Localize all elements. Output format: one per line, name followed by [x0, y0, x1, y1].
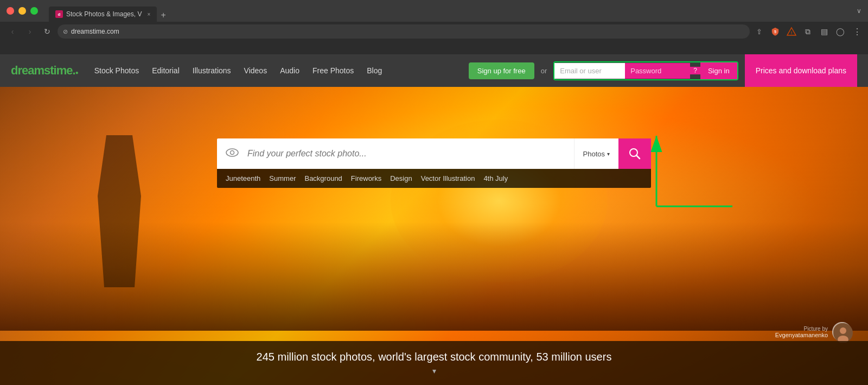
shield-icon[interactable]: 5 [769, 26, 781, 37]
search-button[interactable] [618, 138, 651, 169]
window-menu-btn[interactable]: ∨ [857, 7, 861, 15]
search-magnifier-icon [629, 148, 641, 160]
tag-4th-july[interactable]: 4th July [483, 174, 508, 182]
profile-icon[interactable]: ◯ [834, 26, 846, 37]
tag-design[interactable]: Design [390, 174, 412, 182]
eye-icon [217, 148, 247, 160]
dropdown-chevron-icon: ▾ [607, 151, 610, 157]
signup-button[interactable]: Sign up for free [469, 62, 534, 79]
hero-section: Photos ▾ Juneteenth Summer Background Fi… [0, 87, 868, 385]
tab-favicon: d [55, 10, 63, 18]
window-controls: × − □ [7, 7, 38, 15]
warning-icon[interactable]: ! [786, 26, 797, 37]
tab-close-btn[interactable]: × [147, 11, 150, 17]
photo-credit: Picture by Evgenyatamanenko [775, 322, 852, 342]
search-input[interactable] [247, 149, 574, 159]
login-group: ? Sign in [553, 61, 738, 80]
browser-menu-icon[interactable]: ⋮ [851, 26, 863, 37]
password-help-icon[interactable]: ? [690, 67, 700, 74]
new-tab-btn[interactable]: + [157, 9, 170, 22]
nav-editorial[interactable]: Editorial [152, 66, 180, 75]
email-input[interactable] [554, 63, 625, 79]
nav-audio[interactable]: Audio [280, 66, 299, 75]
toolbar-icons: ⇧ 5 ! ⧉ ▤ ◯ ⋮ [753, 26, 863, 37]
svg-line-9 [636, 155, 640, 159]
navbar: dreamstime.● Stock Photos Editorial Illu… [0, 54, 868, 87]
browser-top-bar: × − □ d Stock Photos & Images, V × + ∨ [0, 0, 868, 22]
search-category-label: Photos [583, 150, 605, 158]
prices-download-button[interactable]: Prices and download plans [745, 54, 857, 87]
signin-button[interactable]: Sign in [700, 62, 737, 79]
photo-credit-name[interactable]: Evgenyatamanenko [775, 332, 828, 338]
search-category-dropdown[interactable]: Photos ▾ [574, 138, 618, 169]
svg-point-6 [226, 149, 238, 156]
search-container: Photos ▾ Juneteenth Summer Background Fi… [217, 138, 651, 188]
or-separator: or [541, 67, 547, 75]
scroll-down-icon[interactable]: ▾ [10, 367, 858, 375]
tab-title: Stock Photos & Images, V [66, 10, 142, 18]
photo-credit-label: Picture by [775, 326, 828, 332]
tag-summer[interactable]: Summer [269, 174, 296, 182]
tag-background[interactable]: Background [304, 174, 342, 182]
tag-fireworks[interactable]: Fireworks [351, 174, 381, 182]
svg-point-11 [840, 327, 846, 334]
minimize-window-btn[interactable]: − [18, 7, 26, 15]
browser-chrome: × − □ d Stock Photos & Images, V × + ∨ ‹… [0, 0, 868, 54]
stat-text: 245 million stock photos, world's larges… [10, 351, 858, 363]
svg-text:5: 5 [774, 30, 776, 34]
address-bar[interactable]: ⊘ [58, 24, 750, 39]
forward-btn[interactable]: › [23, 24, 37, 39]
svg-text:!: ! [791, 30, 793, 35]
close-window-btn[interactable]: × [7, 7, 14, 15]
search-box: Photos ▾ [217, 138, 651, 169]
url-input[interactable] [71, 28, 744, 35]
active-tab[interactable]: d Stock Photos & Images, V × [49, 7, 157, 22]
browser-toolbar: ‹ › ↻ ⊘ ⇧ 5 ! ⧉ ▤ ◯ ⋮ [0, 22, 868, 41]
nav-videos[interactable]: Videos [244, 66, 267, 75]
reload-btn[interactable]: ↻ [40, 24, 54, 39]
nav-stock-photos[interactable]: Stock Photos [94, 66, 139, 75]
photographer-avatar[interactable] [832, 322, 852, 342]
hero-image [0, 87, 868, 331]
navbar-right: Sign up for free or ? Sign in Prices and… [469, 54, 857, 87]
nav-blog[interactable]: Blog [367, 66, 382, 75]
maximize-window-btn[interactable]: □ [30, 7, 38, 15]
search-tags-bar: Juneteenth Summer Background Fireworks D… [217, 169, 651, 188]
nav-illustrations[interactable]: Illustrations [193, 66, 231, 75]
password-input[interactable] [625, 63, 690, 79]
svg-point-7 [231, 150, 234, 154]
back-btn[interactable]: ‹ [5, 24, 20, 39]
nav-free-photos[interactable]: Free Photos [312, 66, 354, 75]
site-logo[interactable]: dreamstime.● [11, 64, 78, 78]
share-icon[interactable]: ⇧ [753, 26, 765, 37]
tag-juneteenth[interactable]: Juneteenth [226, 174, 260, 182]
tag-vector-illustration[interactable]: Vector Illustration [421, 174, 475, 182]
extensions-icon[interactable]: ⧉ [802, 26, 814, 37]
website-content: dreamstime.● Stock Photos Editorial Illu… [0, 54, 868, 385]
nav-links: Stock Photos Editorial Illustrations Vid… [94, 66, 382, 75]
secure-icon: ⊘ [63, 28, 68, 35]
stat-bar: 245 million stock photos, world's larges… [0, 341, 868, 385]
sidebar-icon[interactable]: ▤ [818, 26, 830, 37]
